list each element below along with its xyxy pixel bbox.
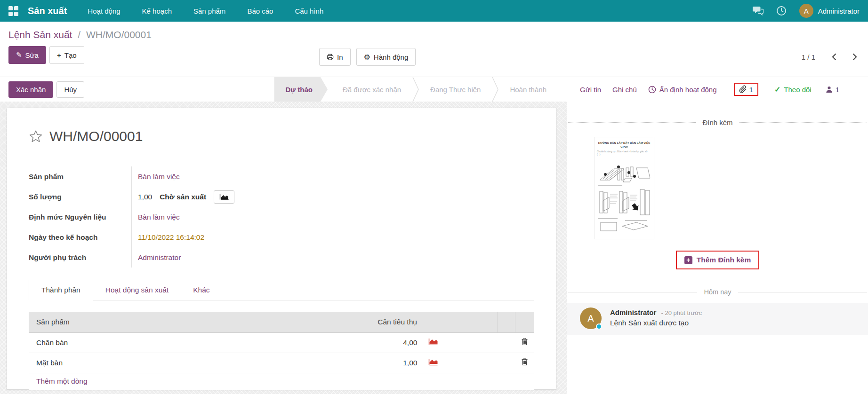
- person-icon: [826, 86, 833, 93]
- field-value-dinh-muc[interactable]: Bàn làm việc: [138, 213, 180, 221]
- today-label: Hôm nay: [704, 288, 731, 296]
- attachment-doc-title: HƯỚNG DẪN LẮP ĐẶT BÀN LÀM VIỆC GP09: [597, 141, 651, 149]
- message-timestamp: - 20 phút trước: [661, 309, 702, 316]
- user-menu[interactable]: A Administrator: [799, 4, 860, 18]
- field-label-san-pham: Sản phẩm: [29, 173, 131, 181]
- apps-grid-icon[interactable]: [8, 6, 18, 16]
- print-button[interactable]: In: [319, 48, 351, 66]
- send-message-button[interactable]: Gửi tin: [580, 86, 601, 94]
- main-menu: Hoạt động Kế hoạch Sản phẩm Báo cáo Cấu …: [88, 7, 323, 15]
- field-value-nguoi-phu-trach[interactable]: Administrator: [138, 253, 181, 262]
- stage-da-duoc-xac-nhan[interactable]: Đã được xác nhận: [331, 77, 412, 102]
- favorite-star-icon[interactable]: [29, 130, 43, 143]
- column-header-empty: [497, 312, 515, 332]
- column-header-can-tieu-thu: Cần tiêu thụ: [213, 312, 422, 332]
- add-line-row[interactable]: Thêm một dòng: [29, 373, 534, 390]
- form-sheet: WH/MO/00001 Sản phẩm Bàn làm việc Số lượ…: [7, 108, 556, 390]
- forecast-chart-button[interactable]: [214, 190, 234, 204]
- confirm-button[interactable]: Xác nhận: [8, 81, 53, 98]
- pencil-icon: ✎: [16, 51, 22, 59]
- delete-row-icon[interactable]: [521, 358, 528, 366]
- forecast-report-icon[interactable]: [428, 338, 439, 346]
- menu-cau-hinh[interactable]: Cấu hình: [295, 7, 323, 15]
- attachment-thumbnail[interactable]: HƯỚNG DẪN LẮP ĐẶT BÀN LÀM VIỆC GP09 Chuẩ…: [594, 137, 654, 239]
- today-divider: Hôm nay: [567, 288, 868, 296]
- schedule-activity-button[interactable]: Ấn định hoạt động: [648, 86, 717, 94]
- annotation-box-attachments: 1: [734, 83, 758, 96]
- plus-square-icon: +: [684, 256, 692, 264]
- field-row: Ngày theo kế hoạch 11/10/2022 16:14:02: [29, 227, 335, 247]
- pager-next-icon[interactable]: [852, 53, 858, 61]
- column-header-san-pham: Sản phẩm: [29, 312, 213, 332]
- field-row: Người phụ trách Administrator: [29, 247, 335, 268]
- stage-hoan-thanh[interactable]: Hoàn thành: [498, 77, 558, 102]
- assembly-diagram: [597, 156, 651, 235]
- notebook-tabs: Thành phần Hoạt động sản xuất Khác: [29, 280, 534, 300]
- control-panel: Lệnh Sản xuất / WH/MO/00001 ✎ Sửa + Tạo …: [0, 22, 868, 77]
- pager-previous-icon[interactable]: [831, 53, 836, 61]
- field-value-so-luong: 1,00: [138, 193, 152, 201]
- attachments-button[interactable]: 1: [739, 85, 753, 94]
- stage-bar: Dự thảo Đã được xác nhận Đang Thực hiện …: [274, 77, 558, 102]
- message-avatar: A: [580, 307, 602, 329]
- create-button[interactable]: + Tạo: [49, 46, 84, 64]
- messages-icon[interactable]: [753, 6, 764, 16]
- chatter-message: A Administrator - 20 phút trước Lệnh Sản…: [567, 303, 868, 335]
- printer-icon: [327, 54, 334, 61]
- activity-clock-icon[interactable]: [776, 6, 787, 16]
- page-title: WH/MO/00001: [49, 128, 143, 144]
- check-icon: ✓: [774, 85, 780, 94]
- field-label-nguoi-phu-trach: Người phụ trách: [29, 253, 131, 262]
- tab-thanh-phan[interactable]: Thành phần: [29, 280, 93, 300]
- add-line-link[interactable]: Thêm một dòng: [29, 373, 534, 390]
- cancel-button[interactable]: Hủy: [56, 81, 84, 98]
- tab-khac[interactable]: Khác: [181, 280, 222, 300]
- menu-bao-cao[interactable]: Báo cáo: [247, 7, 273, 15]
- column-header-empty: [422, 312, 497, 332]
- field-value-san-pham[interactable]: Bàn làm việc: [138, 173, 180, 181]
- log-note-button[interactable]: Ghi chú: [612, 86, 637, 94]
- menu-hoat-dong[interactable]: Hoạt động: [88, 7, 120, 15]
- sheet-background: WH/MO/00001 Sản phẩm Bàn làm việc Số lượ…: [0, 102, 567, 394]
- action-button[interactable]: ⚙ Hành động: [356, 48, 416, 66]
- field-label-dinh-muc: Định mức Nguyên liệu: [29, 213, 131, 221]
- forecast-report-icon[interactable]: [428, 358, 439, 366]
- app-name[interactable]: Sản xuất: [28, 6, 67, 16]
- user-name: Administrator: [818, 7, 860, 15]
- field-row: Sản phẩm Bàn làm việc: [29, 166, 335, 187]
- tab-hoat-dong-san-xuat[interactable]: Hoạt động sản xuất: [93, 280, 181, 300]
- stage-du-thao[interactable]: Dự thảo: [274, 77, 328, 102]
- chatter-toolbar: Gửi tin Ghi chú Ấn định hoạt động 1 ✓ Th…: [567, 77, 868, 102]
- column-header-empty: [515, 312, 534, 332]
- pager-value: 1 / 1: [802, 53, 815, 61]
- delete-row-icon[interactable]: [521, 338, 528, 346]
- message-author: Administrator: [610, 308, 656, 316]
- breadcrumb: Lệnh Sản xuất / WH/MO/00001: [8, 27, 860, 42]
- components-table: Sản phẩm Cần tiêu thụ Chân bàn 4,00: [29, 312, 534, 390]
- breadcrumb-separator: /: [78, 29, 80, 40]
- edit-button[interactable]: ✎ Sửa: [8, 46, 46, 64]
- table-row: Chân bàn 4,00: [29, 332, 534, 353]
- cell-quantity: 1,00: [213, 353, 422, 373]
- menu-san-pham[interactable]: Sản phẩm: [193, 7, 225, 15]
- paperclip-icon: [739, 85, 747, 94]
- top-navbar: Sản xuất Hoạt động Kế hoạch Sản phẩm Báo…: [0, 0, 868, 22]
- annotation-box-add-attachment: + Thêm Đính kèm: [676, 251, 759, 269]
- follow-button[interactable]: ✓ Theo dõi: [774, 85, 812, 94]
- user-avatar: A: [799, 4, 813, 18]
- stage-separator-icon: [412, 77, 419, 102]
- statusbar: Xác nhận Hủy Dự thảo Đã được xác nhận Đa…: [0, 77, 567, 102]
- breadcrumb-parent[interactable]: Lệnh Sản xuất: [8, 29, 72, 40]
- field-row: Số lượng 1,00 Chờ sản xuất: [29, 187, 335, 207]
- attachments-title: Đính kèm: [702, 118, 732, 126]
- message-body: Lệnh Sản xuất được tạo: [610, 319, 702, 327]
- plus-icon: +: [57, 51, 61, 59]
- attachment-doc-subtitle: Chuẩn bị dụng cụ : Búa - kavit - khóa lụ…: [597, 150, 651, 156]
- followers-button[interactable]: 1: [826, 86, 839, 94]
- cell-quantity: 4,00: [213, 332, 422, 353]
- menu-ke-hoach[interactable]: Kế hoạch: [142, 7, 172, 15]
- attachments-divider: Đính kèm: [567, 118, 868, 126]
- stage-dang-thuc-hien[interactable]: Đang Thực hiện: [419, 77, 492, 102]
- add-attachment-button[interactable]: + Thêm Đính kèm: [680, 253, 755, 267]
- followers-count: 1: [836, 86, 839, 94]
